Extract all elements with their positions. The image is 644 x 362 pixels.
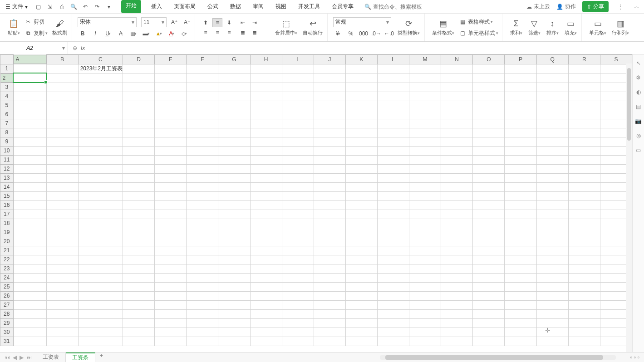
justify-icon[interactable]: ≣ bbox=[238, 28, 248, 37]
font-color-icon[interactable]: A▾ bbox=[167, 29, 177, 38]
menu-devtools[interactable]: 开发工具 bbox=[296, 0, 322, 13]
cut-button[interactable]: ✂剪切 bbox=[24, 17, 49, 27]
thousands-icon[interactable]: 000 bbox=[359, 29, 369, 38]
sum-label: 求和 bbox=[510, 29, 520, 36]
number-format-select[interactable]: 常规▾ bbox=[333, 17, 391, 27]
currency-icon[interactable]: ¥▾ bbox=[333, 29, 343, 38]
collab-label: 协作 bbox=[565, 3, 576, 10]
increase-font-icon[interactable]: A⁺ bbox=[169, 18, 179, 27]
collapse-ribbon-icon[interactable]: ︿ bbox=[632, 3, 641, 10]
clear-format-icon[interactable]: ◇▾ bbox=[179, 29, 189, 38]
share-label: 分享 bbox=[593, 3, 604, 10]
merge-center-button[interactable]: ⬚ 合并居中▾ bbox=[273, 17, 299, 38]
fill-label: 填充 bbox=[565, 29, 575, 36]
table-style-icon: ▦ bbox=[459, 19, 466, 25]
rowcol-icon: ▥ bbox=[617, 19, 624, 29]
menu-start[interactable]: 开始 bbox=[121, 0, 141, 13]
fx-button[interactable]: fx bbox=[81, 45, 85, 51]
export-icon[interactable]: ⇲ bbox=[46, 3, 54, 11]
cell-reference-input[interactable] bbox=[0, 45, 59, 51]
print-icon[interactable]: ⎙ bbox=[58, 3, 66, 11]
sort-label: 排序 bbox=[546, 29, 556, 36]
decrease-font-icon[interactable]: A⁻ bbox=[182, 18, 192, 27]
filter-button[interactable]: ▽筛选▾ bbox=[526, 17, 542, 38]
bold-icon[interactable]: B bbox=[78, 29, 88, 38]
font-size-select[interactable]: 11▾ bbox=[141, 17, 167, 27]
strikethrough-icon[interactable]: A bbox=[116, 29, 126, 38]
sort-button[interactable]: ↕排序▾ bbox=[544, 17, 560, 38]
copy-button[interactable]: ⧉复制▾ bbox=[24, 29, 49, 38]
filter-icon: ▽ bbox=[531, 19, 537, 29]
fill-color-icon[interactable]: ▬▾ bbox=[141, 29, 151, 38]
filter-label: 筛选 bbox=[528, 29, 538, 36]
rowcol-label: 行和列 bbox=[612, 29, 627, 36]
rowcol-button[interactable]: ▥行和列▾ bbox=[610, 17, 631, 38]
file-label: 文件 bbox=[12, 3, 23, 10]
menu-member[interactable]: 会员专享 bbox=[330, 0, 355, 13]
decimal-increase-icon[interactable]: .0→ bbox=[371, 29, 381, 38]
font-name-select[interactable]: 宋体▾ bbox=[78, 17, 137, 27]
sort-icon: ↕ bbox=[551, 19, 555, 29]
formula-input[interactable] bbox=[88, 45, 644, 51]
copy-label: 复制 bbox=[34, 29, 44, 37]
redo-icon[interactable]: ↷ bbox=[93, 3, 101, 11]
menu-view[interactable]: 视图 bbox=[274, 0, 288, 13]
menu-insert[interactable]: 插入 bbox=[149, 0, 164, 13]
align-middle-icon[interactable]: ≡ bbox=[212, 18, 222, 27]
cell-label: 单元格 bbox=[589, 29, 604, 36]
undo-icon[interactable]: ↶ bbox=[81, 3, 89, 11]
zoom-reset-icon[interactable]: ⊖ bbox=[73, 45, 77, 51]
copy-icon: ⧉ bbox=[25, 30, 32, 36]
cell-style-button[interactable]: ▢单元格样式▾ bbox=[458, 29, 499, 38]
paste-label: 粘贴 bbox=[8, 29, 18, 36]
save-icon[interactable]: ▢ bbox=[34, 3, 42, 11]
align-left-icon[interactable]: ≡ bbox=[201, 28, 211, 37]
qat-more-icon[interactable]: ▾ bbox=[105, 3, 113, 11]
preview-icon[interactable]: 🔍 bbox=[69, 3, 78, 11]
collab-button[interactable]: 👤 协作 bbox=[556, 3, 576, 10]
name-box-dropdown-icon[interactable]: ▾ bbox=[59, 45, 68, 51]
search-input[interactable] bbox=[373, 4, 437, 10]
more-options-icon[interactable]: ⋮ bbox=[615, 4, 626, 10]
highlight-icon[interactable]: ▲▾ bbox=[154, 29, 164, 38]
indent-increase-icon[interactable]: ⇥ bbox=[250, 18, 260, 27]
conditional-format-button[interactable]: ▤ 条件格式▾ bbox=[430, 17, 456, 38]
menu-data[interactable]: 数据 bbox=[228, 0, 243, 13]
underline-icon[interactable]: U▾ bbox=[103, 29, 113, 38]
menu-review[interactable]: 审阅 bbox=[251, 0, 265, 13]
decimal-decrease-icon[interactable]: ←.0 bbox=[384, 29, 394, 38]
chevron-down-icon: ▾ bbox=[25, 4, 28, 10]
format-painter-button[interactable]: 🖌 格式刷 bbox=[50, 17, 69, 38]
cloud-label: 未上云 bbox=[534, 3, 550, 10]
distribute-icon[interactable]: ≣ bbox=[250, 28, 260, 37]
type-convert-button[interactable]: ⟳ 类型转换▾ bbox=[396, 17, 422, 38]
menu-formula[interactable]: 公式 bbox=[206, 0, 220, 13]
command-search[interactable]: 🔍 bbox=[364, 4, 437, 10]
font-name-value: 宋体 bbox=[80, 18, 91, 26]
wrap-text-button[interactable]: ↩ 自动换行 bbox=[301, 17, 324, 38]
name-box[interactable]: ▾ bbox=[0, 42, 68, 54]
file-menu[interactable]: ☰ 文件 ▾ bbox=[3, 1, 30, 12]
share-button[interactable]: ⇧ 分享 bbox=[582, 1, 609, 12]
cell-style-icon: ▢ bbox=[459, 30, 466, 36]
cut-label: 剪切 bbox=[34, 18, 44, 26]
indent-decrease-icon[interactable]: ⇤ bbox=[238, 18, 248, 27]
sum-button[interactable]: Σ求和▾ bbox=[508, 17, 524, 38]
table-style-button[interactable]: ▦表格样式▾ bbox=[458, 17, 499, 27]
align-top-icon[interactable]: ⬆ bbox=[201, 18, 211, 27]
italic-icon[interactable]: I bbox=[90, 29, 100, 38]
align-bottom-icon[interactable]: ⬇ bbox=[224, 18, 234, 27]
border-icon[interactable]: ▦▾ bbox=[128, 29, 138, 38]
wrap-icon: ↩ bbox=[310, 19, 316, 29]
cloud-status[interactable]: ☁ 未上云 bbox=[526, 3, 550, 10]
cell-button[interactable]: ▭单元格▾ bbox=[587, 17, 608, 38]
paste-button[interactable]: 📋 粘贴▾ bbox=[5, 17, 22, 38]
percent-icon[interactable]: % bbox=[346, 29, 356, 38]
convert-icon: ⟳ bbox=[405, 19, 412, 29]
align-center-icon[interactable]: ≡ bbox=[212, 28, 222, 37]
menu-pagelayout[interactable]: 页面布局 bbox=[172, 0, 197, 13]
hamburger-icon: ☰ bbox=[5, 4, 10, 10]
merge-icon: ⬚ bbox=[282, 19, 290, 29]
fill-button[interactable]: ▭填充▾ bbox=[562, 17, 579, 38]
align-right-icon[interactable]: ≡ bbox=[224, 28, 234, 37]
